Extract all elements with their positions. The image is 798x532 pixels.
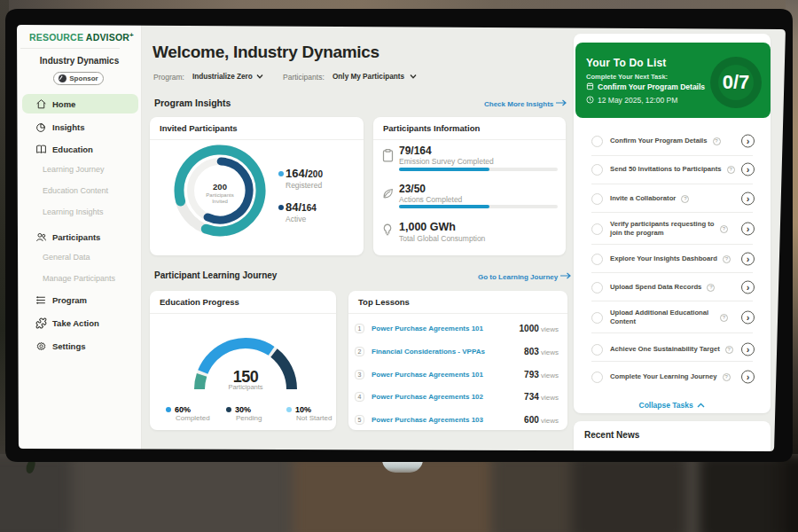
svg-text:Participants: Participants [228,383,262,391]
svg-text:200: 200 [213,182,227,192]
svg-text:Invited: Invited [212,199,228,204]
svg-text:Participants: Participants [206,192,233,198]
